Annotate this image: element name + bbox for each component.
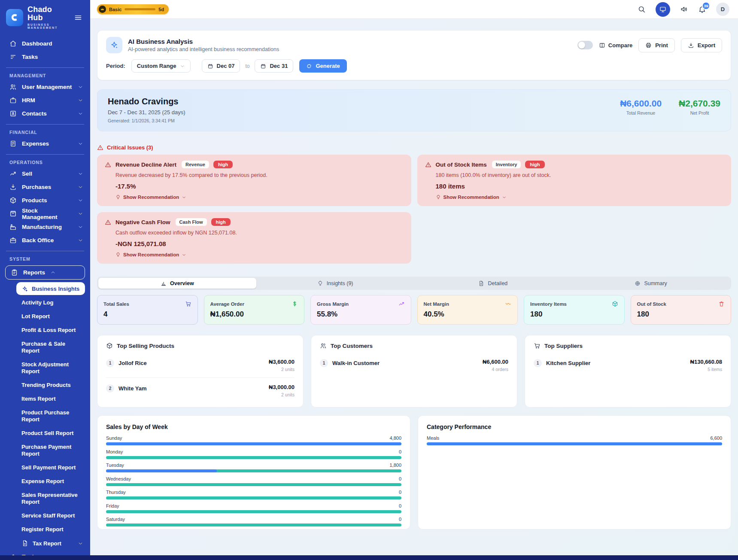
pos-terminal-button[interactable] [656,2,670,17]
export-button[interactable]: Export [681,38,722,52]
user-avatar[interactable]: D [716,3,729,16]
top-suppliers-card: Top Suppliers 1 Kitchen Supplier ₦130,66… [525,335,731,408]
chevron-down-icon [78,84,83,90]
alert-severity-badge: high [525,161,544,168]
content: AI Business Analysis AI-powered analytic… [90,19,738,555]
sidebar-item-contacts[interactable]: Contacts [0,107,90,120]
sidebar-item-purchase-sale-report[interactable]: Purchase & Sale Report [0,337,90,358]
sidebar-item-manufacturing[interactable]: Manufacturing [0,220,90,234]
contact-card-icon [9,110,17,117]
section-system: SYSTEM [0,251,90,264]
show-recommendation-button[interactable]: Show Recommendation [115,195,404,200]
period-label: Period: [106,63,125,69]
charts-row: Sales by Day of Week Sunday4,800 Monday0… [97,415,731,530]
tab-overview[interactable]: Overview [98,278,256,289]
compare-toggle[interactable] [577,41,593,49]
alert-card-revenue-decline: Revenue Decline Alert Revenue high Reven… [97,155,411,206]
stat-net-margin: Net Margin 40.5% [417,295,518,325]
sidebar-item-profit-loss-report[interactable]: Profit & Loss Report [0,323,90,337]
bar-track [427,442,722,445]
date-to-input[interactable]: Dec 31 [255,59,293,73]
chevron-down-icon [182,195,186,200]
columns-icon [599,42,605,49]
sidebar-item-hrm[interactable]: HRM [0,94,90,107]
sidebar-item-expense-report[interactable]: Expense Report [0,475,90,488]
sidebar-item-sales-representative-report[interactable]: Sales Representative Report [0,488,90,509]
period-select[interactable]: Custom Range [131,59,191,73]
tab-summary[interactable]: Summary [572,278,730,289]
sidebar-item-reports[interactable]: Reports [5,265,85,280]
search-icon [638,5,646,13]
alert-severity-badge: high [211,218,231,226]
alert-description: 180 items (100.0% of inventory) are out … [436,172,724,178]
sidebar-item-user-management[interactable]: User Management [0,80,90,94]
print-button[interactable]: Print [638,38,675,52]
business-name: Henado Cravings [108,97,185,107]
alert-category-tag: Inventory [492,161,521,168]
bar-track [106,442,401,445]
sidebar-item-product-purchase-report[interactable]: Product Purchase Report [0,406,90,426]
rank-badge: 1 [106,359,114,367]
sidebar-item-product-sell-report[interactable]: Product Sell Report [0,426,90,440]
search-button[interactable] [638,5,646,13]
bar-row: Thursday0 [106,490,401,499]
tab-detailed[interactable]: Detailed [414,278,572,289]
show-recommendation-button[interactable]: Show Recommendation [436,195,724,200]
rank-badge: 2 [106,384,114,393]
critical-issues-header: Critical Issues (3) [97,144,731,151]
total-revenue-value: ₦6,600.00 [620,98,662,109]
sidebar-item-purchase-payment-report[interactable]: Purchase Payment Report [0,440,90,461]
sidebar-item-purchases[interactable]: Purchases [0,180,90,194]
total-revenue-label: Total Revenue [620,110,662,116]
bar-row: Meals6,600 [427,435,722,445]
sidebar-collapse-button[interactable] [72,12,84,24]
sidebar-item-lot-report[interactable]: Lot Report [0,310,90,323]
hamburger-icon [74,13,82,22]
sidebar-item-tax-report[interactable]: Tax Report [0,536,90,550]
sidebar-item-stock-management[interactable]: Stock Management [0,207,90,220]
net-profit-value: ₦2,670.39 [679,98,720,109]
sidebar-item-register-report[interactable]: Register Report [0,523,90,536]
show-recommendation-button[interactable]: Show Recommendation [115,252,404,257]
generate-button[interactable]: Generate [299,59,346,73]
sidebar-item-tasks[interactable]: Tasks [0,50,90,64]
sidebar-item-items-report[interactable]: Items Report [0,392,90,406]
date-range-separator: to [244,63,250,69]
sidebar-item-dashboard[interactable]: Dashboard [0,37,90,50]
sidebar-item-sell-payment-report[interactable]: Sell Payment Report [0,461,90,475]
chevron-down-icon [502,195,507,200]
chevron-down-icon [78,111,83,116]
target-icon [635,280,641,286]
sidebar-item-service-staff-report[interactable]: Service Staff Report [0,509,90,523]
sidebar-item-stock-adjustment-report[interactable]: Stock Adjustment Report [0,358,90,378]
cart-icon [185,301,191,307]
page-title: AI Business Analysis [128,38,279,45]
tab-insights[interactable]: Insights (9) [256,278,414,289]
sidebar-item-tools[interactable]: Tools [0,550,90,555]
notifications-button[interactable]: 39 [698,5,706,13]
bar-track [106,510,401,513]
chevron-down-icon [78,184,83,190]
top-lists-row: Top Selling Products 1 Jollof Rice ₦3,60… [97,335,731,408]
alert-value: 180 items [436,183,724,190]
date-from-input[interactable]: Dec 07 [202,59,240,73]
sidebar-item-expenses[interactable]: Expenses [0,137,90,150]
list-item: 2 White Yam ₦3,000.00 2 units [106,377,295,403]
sound-button[interactable] [680,5,688,13]
warning-triangle-icon [97,144,103,151]
sidebar-item-activity-log[interactable]: Activity Log [0,296,90,310]
bar-track [106,456,401,459]
sidebar-item-products[interactable]: Products [0,194,90,207]
sidebar-item-back-office[interactable]: Back Office [0,234,90,247]
compare-label-group[interactable]: Compare [599,42,632,49]
chevron-down-icon [182,253,186,257]
bar-track [106,469,401,472]
plan-badge[interactable]: Basic 5d [97,4,169,14]
list-item: 1 Kitchen Supplier ₦130,660.08 5 items [534,353,722,377]
chevron-down-icon [78,541,83,546]
sidebar-nav: Dashboard Tasks MANAGEMENT User Manageme… [0,32,90,555]
sidebar-item-sell[interactable]: Sell [0,167,90,180]
sidebar-item-trending-products[interactable]: Trending Products [0,378,90,392]
sidebar-item-business-insights[interactable]: Business Insights [16,282,85,295]
squiggle-trend-icon [505,301,511,307]
